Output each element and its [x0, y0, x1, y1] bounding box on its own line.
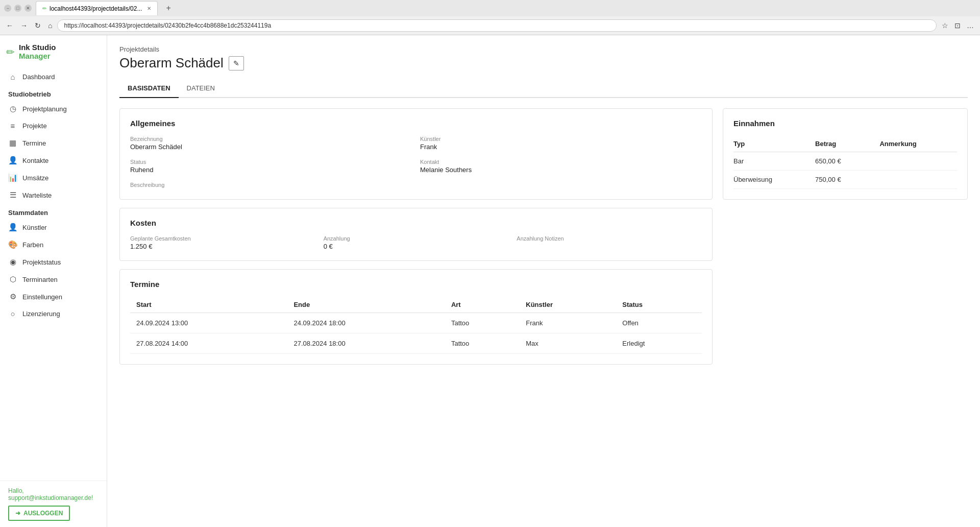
chart-icon: 📊 — [8, 173, 17, 182]
col-ende: Ende — [287, 297, 445, 313]
col-anmerkung: Anmerkung — [871, 136, 957, 152]
col-start: Start — [130, 297, 287, 313]
sidebar-footer: Hallo, support@inkstudiomanager.de! ➜ AU… — [0, 481, 107, 527]
sidebar-item-terminarten[interactable]: ⬡ Terminarten — [0, 271, 107, 288]
sidebar-item-dashboard[interactable]: ⌂ Dashboard — [0, 68, 107, 85]
status-field: Status Ruhend — [130, 159, 412, 174]
sidebar-item-farben[interactable]: 🎨 Farben — [0, 236, 107, 253]
sidebar-item-label: Kontakte — [22, 157, 48, 164]
kontakt-label: Kontakt — [420, 159, 702, 165]
termine-header-row: Start Ende Art Künstler Status — [130, 297, 702, 313]
kunstler-label: Künstler — [420, 136, 702, 142]
sidebar-item-label: Projektplanung — [22, 105, 67, 113]
content-grid: Allgemeines Bezeichnung Oberarm Schädel … — [119, 108, 968, 365]
edit-button[interactable]: ✎ — [229, 56, 244, 70]
menu-btn[interactable]: … — [965, 19, 976, 32]
readmode-btn[interactable]: ⊡ — [952, 19, 963, 32]
cell-betrag: 750,00 € — [807, 171, 871, 189]
cell-anmerkung — [871, 152, 957, 171]
main-content: Projektdetails Oberarm Schädel ✎ BASISDA… — [107, 35, 980, 527]
logout-button[interactable]: ➜ AUSLOGGEN — [8, 506, 70, 521]
termine-card: Termine Start Ende Art Künstler Status — [119, 269, 713, 365]
logout-label: AUSLOGGEN — [23, 510, 63, 517]
browser-tab[interactable]: ✏ localhost44393/projectdetails/02... ✕ — [36, 1, 158, 15]
einnahmen-thead: Typ Betrag Anmerkung — [733, 136, 957, 152]
bookmark-btn[interactable]: ☆ — [940, 19, 950, 32]
sidebar-logo: ✏ Ink Studio Manager — [0, 35, 107, 68]
sidebar-item-label: Terminarten — [22, 276, 58, 283]
cell-ende: 24.09.2024 18:00 — [287, 313, 445, 333]
address-text: https://localhost:44393/projectdetails/0… — [64, 22, 271, 29]
cell-start: 24.09.2024 13:00 — [130, 313, 287, 333]
clock-icon: ◷ — [8, 104, 17, 113]
geplante-value: 1.250 € — [130, 243, 315, 250]
col-betrag: Betrag — [807, 136, 871, 152]
content-right: Einnahmen Typ Betrag Anmerkung Bar 650,0… — [723, 108, 968, 365]
cell-status: Erledigt — [616, 333, 702, 354]
settings-icon: ⚙ — [8, 292, 17, 301]
sidebar-item-kontakte[interactable]: 👤 Kontakte — [0, 152, 107, 169]
footer-greeting: Hallo, support@inkstudiomanager.de! — [8, 487, 99, 501]
tab-close-btn[interactable]: ✕ — [147, 6, 151, 11]
sidebar-item-label: Projektstatus — [22, 258, 61, 266]
sidebar-item-projektstatus[interactable]: ◉ Projektstatus — [0, 253, 107, 271]
new-tab-button[interactable]: + — [162, 4, 175, 13]
bezeichnung-field: Bezeichnung Oberarm Schädel — [130, 136, 412, 151]
cell-status: Offen — [616, 313, 702, 333]
tab-dateien[interactable]: DATEIEN — [179, 79, 223, 98]
sidebar-item-einstellungen[interactable]: ⚙ Einstellungen — [0, 288, 107, 305]
content-left: Allgemeines Bezeichnung Oberarm Schädel … — [119, 108, 713, 365]
sidebar-item-projektplanung[interactable]: ◷ Projektplanung — [0, 100, 107, 117]
bezeichnung-label: Bezeichnung — [130, 136, 412, 142]
dashboard-icon: ⌂ — [8, 73, 17, 81]
app: ✏ Ink Studio Manager ⌂ Dashboard Studiob… — [0, 35, 980, 527]
status-icon: ◉ — [8, 257, 17, 267]
artist-icon: 👤 — [8, 223, 17, 232]
sidebar-item-label: Warteliste — [22, 191, 52, 199]
sidebar-item-termine[interactable]: ▦ Termine — [0, 134, 107, 152]
anzahlung-field: Anzahlung 0 € — [324, 235, 509, 250]
table-row: Überweisung 750,00 € — [733, 171, 957, 189]
browser-chrome: － □ ✕ ✏ localhost44393/projectdetails/02… — [0, 0, 980, 35]
page-title: Oberarm Schädel — [119, 55, 224, 71]
refresh-button[interactable]: ↻ — [33, 19, 43, 32]
kosten-card: Kosten Geplante Gesamtkosten 1.250 € Anz… — [119, 208, 713, 261]
termine-tbody: 24.09.2024 13:00 24.09.2024 18:00 Tattoo… — [130, 313, 702, 354]
sidebar-item-lizenzierung[interactable]: ○ Lizenzierung — [0, 305, 107, 322]
maximize-btn[interactable]: □ — [14, 5, 21, 12]
allgemeines-card: Allgemeines Bezeichnung Oberarm Schädel … — [119, 108, 713, 200]
beschreibung-field: Beschreibung — [130, 182, 702, 189]
home-button[interactable]: ⌂ — [46, 19, 54, 32]
address-bar[interactable]: https://localhost:44393/projectdetails/0… — [57, 19, 937, 32]
sidebar-item-warteliste[interactable]: ☰ Warteliste — [0, 186, 107, 204]
contacts-icon: 👤 — [8, 156, 17, 165]
sidebar-item-label: Einstellungen — [22, 293, 62, 301]
back-button[interactable]: ← — [4, 19, 15, 32]
browser-controls: － □ ✕ — [4, 5, 32, 12]
sidebar-item-label: Künstler — [22, 224, 47, 231]
termine-title: Termine — [130, 280, 702, 289]
einnahmen-title: Einnahmen — [733, 119, 957, 128]
anzahlung-label: Anzahlung — [324, 235, 509, 242]
col-typ: Typ — [733, 136, 807, 152]
forward-button[interactable]: → — [18, 19, 30, 32]
termine-table: Start Ende Art Künstler Status 24.09.202… — [130, 297, 702, 354]
sidebar-item-label: Projekte — [22, 122, 47, 130]
notizen-field: Anzahlung Notizen — [517, 235, 702, 250]
cell-typ: Überweisung — [733, 171, 807, 189]
allgemeines-fields: Bezeichnung Oberarm Schädel Künstler Fra… — [130, 136, 702, 189]
kosten-title: Kosten — [130, 219, 702, 227]
page-subtitle: Projektdetails — [119, 45, 968, 53]
sidebar-item-umsatze[interactable]: 📊 Umsätze — [0, 169, 107, 186]
logout-icon: ➜ — [15, 510, 20, 517]
sidebar-item-kunstler[interactable]: 👤 Künstler — [0, 219, 107, 236]
kontakt-value: Melanie Southers — [420, 166, 702, 174]
tab-basisdaten[interactable]: BASISDATEN — [119, 79, 179, 98]
close-btn[interactable]: ✕ — [24, 5, 32, 12]
terminarten-icon: ⬡ — [8, 275, 17, 284]
tab-favicon: ✏ — [42, 6, 46, 11]
cell-art: Tattoo — [445, 333, 520, 354]
cell-start: 27.08.2024 14:00 — [130, 333, 287, 354]
minimize-btn[interactable]: － — [4, 5, 11, 12]
sidebar-item-projekte[interactable]: ≡ Projekte — [0, 117, 107, 134]
